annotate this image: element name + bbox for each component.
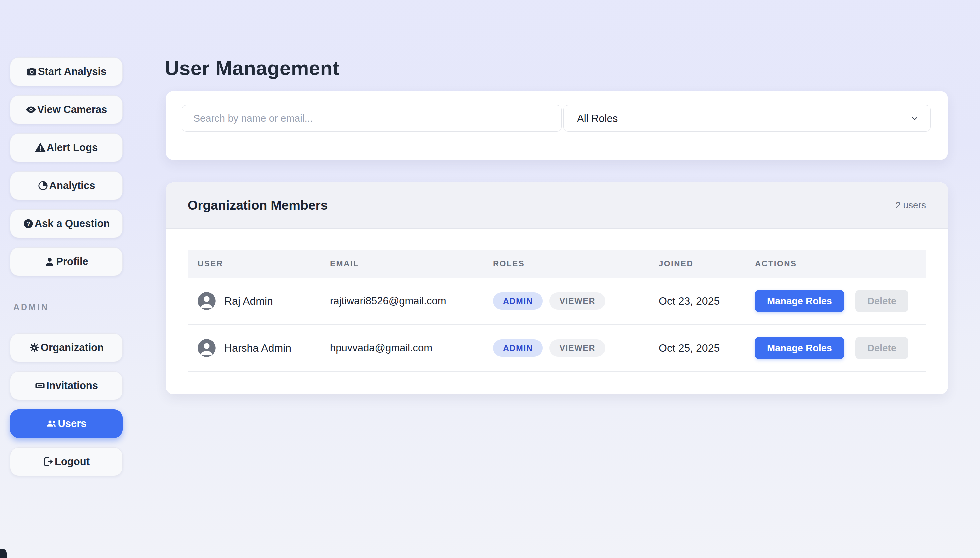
users-icon <box>46 419 57 429</box>
sidebar-item-organization[interactable]: Organization <box>10 333 123 362</box>
sidebar-item-start-analysis[interactable]: Start Analysis <box>10 57 123 86</box>
role-badge-viewer: VIEWER <box>549 339 605 357</box>
avatar <box>198 339 216 357</box>
table-header-row: USER EMAIL ROLES JOINED ACTIONS <box>188 249 926 278</box>
svg-text:?: ? <box>26 220 30 227</box>
logout-icon <box>43 456 54 467</box>
filters-card: All Roles <box>166 91 948 160</box>
sidebar-item-invitations[interactable]: Invitations <box>10 371 123 400</box>
manage-roles-button[interactable]: Manage Roles <box>755 337 844 359</box>
members-card-header: Organization Members 2 users <box>166 182 948 229</box>
role-filter-select[interactable]: All Roles <box>563 105 931 132</box>
sidebar-item-label: Start Analysis <box>38 66 107 78</box>
role-badge-admin: ADMIN <box>493 292 542 310</box>
user-name: Raj Admin <box>225 295 273 307</box>
search-input[interactable] <box>182 105 562 132</box>
sidebar-item-analytics[interactable]: Analytics <box>10 171 123 200</box>
sidebar-item-label: Users <box>58 418 86 430</box>
camera-icon <box>26 66 37 77</box>
sidebar-item-label: Analytics <box>49 180 95 192</box>
avatar <box>198 292 216 310</box>
sidebar: Start Analysis View Cameras Alert Logs A… <box>10 57 123 485</box>
user-email: hpuvvada@gmail.com <box>330 342 432 354</box>
admin-section-label: ADMIN <box>13 302 123 312</box>
members-title: Organization Members <box>188 198 328 213</box>
column-header-email: EMAIL <box>320 259 483 268</box>
bottom-left-corner-overlay <box>0 549 7 558</box>
role-badge-admin: ADMIN <box>493 339 542 357</box>
sidebar-divider <box>11 293 121 293</box>
column-header-user: USER <box>188 259 320 268</box>
sidebar-item-label: View Cameras <box>37 103 107 116</box>
question-icon: ? <box>23 218 34 229</box>
members-count: 2 users <box>895 200 926 211</box>
user-icon <box>44 256 55 267</box>
sidebar-item-ask-a-question[interactable]: ? Ask a Question <box>10 209 123 238</box>
delete-button[interactable]: Delete <box>855 290 908 312</box>
joined-date: Oct 23, 2025 <box>659 295 719 307</box>
sidebar-item-view-cameras[interactable]: View Cameras <box>10 95 123 124</box>
sidebar-item-label: Alert Logs <box>47 142 98 154</box>
role-badge-viewer: VIEWER <box>549 292 605 310</box>
table-row: Harsha Admin hpuvvada@gmail.com ADMIN VI… <box>188 325 926 372</box>
sidebar-item-label: Ask a Question <box>34 218 110 230</box>
sidebar-item-alert-logs[interactable]: Alert Logs <box>10 133 123 162</box>
eye-icon <box>26 104 36 115</box>
sidebar-item-label: Logout <box>55 456 90 468</box>
sidebar-item-logout[interactable]: Logout <box>10 447 123 476</box>
members-card: Organization Members 2 users USER EMAIL … <box>166 182 948 394</box>
sidebar-item-label: Invitations <box>46 380 98 392</box>
column-header-roles: ROLES <box>483 259 649 268</box>
sidebar-item-users[interactable]: Users <box>10 409 123 438</box>
ticket-icon <box>34 380 45 391</box>
delete-button[interactable]: Delete <box>855 337 908 359</box>
role-filter: All Roles <box>563 105 931 132</box>
manage-roles-button[interactable]: Manage Roles <box>755 290 844 312</box>
joined-date: Oct 25, 2025 <box>659 342 719 354</box>
members-table: USER EMAIL ROLES JOINED ACTIONS Raj Admi… <box>188 249 926 372</box>
sidebar-item-label: Profile <box>56 256 88 268</box>
warning-icon <box>35 142 46 153</box>
gear-icon <box>29 342 40 353</box>
table-row: Raj Admin rajtiwari8526@gmail.com ADMIN … <box>188 278 926 325</box>
user-name: Harsha Admin <box>225 342 291 354</box>
sidebar-item-label: Organization <box>41 342 104 354</box>
analytics-icon <box>38 181 48 191</box>
column-header-actions: ACTIONS <box>745 259 926 268</box>
user-email: rajtiwari8526@gmail.com <box>330 295 446 307</box>
page-title: User Management <box>165 57 339 80</box>
column-header-joined: JOINED <box>649 259 745 268</box>
sidebar-item-profile[interactable]: Profile <box>10 247 123 276</box>
